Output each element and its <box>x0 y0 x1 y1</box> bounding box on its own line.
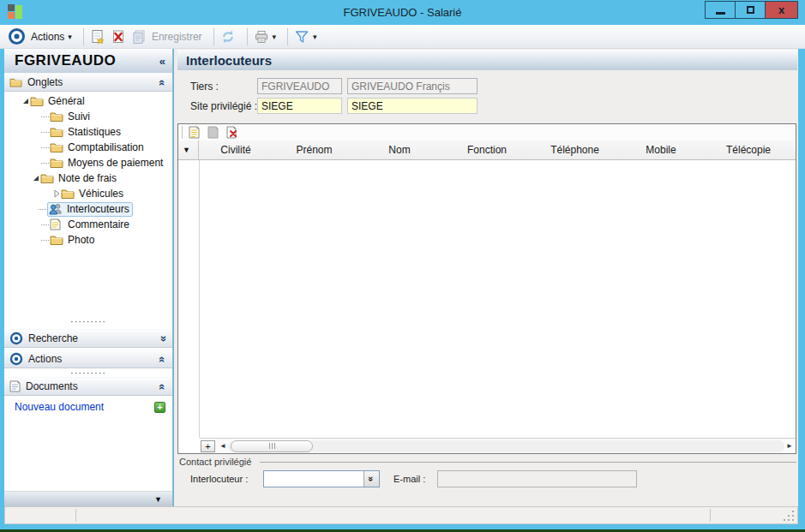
scroll-left-icon[interactable]: ◄ <box>218 442 228 450</box>
save-button[interactable]: Enregistrer <box>131 29 202 45</box>
nouveau-document-link[interactable]: Nouveau document <box>15 401 154 413</box>
tree-item-interlocuteurs-selected[interactable]: Interlocuteurs <box>4 201 172 217</box>
tree-item-moyens-de-paiement[interactable]: Moyens de paiement <box>4 155 172 170</box>
tree-item-commentaire[interactable]: Commentaire <box>4 217 172 232</box>
add-document-icon[interactable]: + <box>154 402 165 413</box>
filter-button[interactable]: ▾ <box>294 29 317 45</box>
dotted-separator: ········· <box>4 369 172 376</box>
column-header-prenom[interactable]: Prénom <box>273 140 356 159</box>
folder-icon <box>9 77 22 87</box>
tree-connector <box>41 117 49 117</box>
target-icon <box>9 332 23 345</box>
close-icon: x <box>778 4 784 15</box>
delete-row-icon <box>226 126 238 139</box>
resize-grip[interactable] <box>783 510 794 521</box>
printer-icon <box>254 29 269 45</box>
people-icon <box>49 203 63 215</box>
selected-item-highlight[interactable]: Interlocuteurs <box>47 202 133 217</box>
row-selector-header[interactable]: ▼ <box>178 140 199 159</box>
section-onglets-label: Onglets <box>27 76 159 88</box>
refresh-icon <box>220 29 236 45</box>
interlocuteurs-grid: ▼ Civilité Prénom Nom Fonction Téléphone… <box>177 123 796 454</box>
new-button[interactable] <box>90 29 105 45</box>
close-button[interactable]: x <box>765 1 798 19</box>
tree-item-label: Statistiques <box>68 126 121 138</box>
delete-page-icon <box>111 29 126 45</box>
column-header-civilite[interactable]: Civilité <box>199 140 273 159</box>
toolbar-separator <box>247 28 248 45</box>
tree-item-note-de-frais[interactable]: Note de frais <box>4 170 172 186</box>
column-header-nom[interactable]: Nom <box>356 140 443 159</box>
minimize-button[interactable] <box>705 1 736 19</box>
grid-copy-row-button[interactable] <box>206 126 220 140</box>
document-icon <box>9 380 21 392</box>
tree-connector <box>41 240 49 241</box>
grid-delete-row-button[interactable] <box>225 126 239 140</box>
folder-icon <box>40 172 54 184</box>
copy-row-icon-disabled <box>207 126 219 139</box>
tree-item-label: Moyens de paiement <box>68 157 163 169</box>
delete-button[interactable] <box>111 29 126 45</box>
site-name-field[interactable]: SIEGE <box>347 98 478 114</box>
actions-collapse-icon: « <box>156 356 169 362</box>
actions-caret-icon: ▾ <box>68 33 72 41</box>
page-title: Interlocuteurs <box>186 53 272 68</box>
onglets-collapse-icon: « <box>156 79 169 85</box>
sidebar-collapse-icon[interactable]: « <box>159 55 165 68</box>
column-header-fonction[interactable]: Fonction <box>443 140 531 159</box>
grid-add-row-button[interactable] <box>187 126 201 140</box>
interlocuteur-combobox-value <box>264 471 363 487</box>
maximize-button[interactable] <box>735 1 766 19</box>
scrollbar-thumb[interactable] <box>231 440 313 452</box>
tree-item-statistiques[interactable]: Statistiques <box>4 124 172 140</box>
folder-icon <box>50 234 63 246</box>
tree-connector <box>41 132 49 133</box>
tree-item-comptabilisation[interactable]: Comptabilisation <box>4 140 172 155</box>
section-documents[interactable]: Documents « <box>4 377 172 396</box>
main-content: Interlocuteurs Tiers : FGRIVEAUDO GRIVEA… <box>174 49 798 506</box>
group-border-line <box>260 462 796 463</box>
maximize-icon <box>747 6 754 14</box>
section-actions[interactable]: Actions « <box>4 350 172 368</box>
note-icon <box>50 218 63 230</box>
site-privilegie-label: Site privilégié : <box>190 100 257 112</box>
sidebar: FGRIVEAUDO « Onglets « Général Suivi <box>4 49 173 506</box>
app-window: FGRIVEAUDO - Salarié x Actions ▾ <box>0 0 805 532</box>
sidebar-bottom-collapse-icon: ▼ <box>154 495 162 504</box>
column-header-mobile[interactable]: Mobile <box>619 140 703 159</box>
column-header-telecopie[interactable]: Télécopie <box>703 140 794 159</box>
recherche-expand-icon: « <box>156 335 169 341</box>
interlocuteur-combobox[interactable]: » <box>263 470 380 487</box>
contact-privilegie-group: Contact privilégié Interlocuteur : » E-m… <box>177 456 796 504</box>
combobox-dropdown-button[interactable]: » <box>363 471 379 487</box>
section-onglets[interactable]: Onglets « <box>4 73 172 92</box>
tree-item-general[interactable]: Général <box>4 93 172 109</box>
expander-expanded-icon[interactable] <box>31 174 40 183</box>
section-recherche[interactable]: Recherche « <box>4 329 172 348</box>
sidebar-bottom-bar[interactable]: ▼ <box>4 491 172 506</box>
window-controls: x <box>706 1 798 19</box>
actions-dropdown[interactable]: Actions ▾ <box>26 31 72 43</box>
grid-body-empty[interactable] <box>178 160 796 438</box>
new-page-icon <box>90 29 105 45</box>
site-code-field[interactable]: SIEGE <box>257 98 342 114</box>
row-marker-icon: ▼ <box>183 146 190 154</box>
scrollbar-track[interactable] <box>228 440 784 452</box>
tree-item-suivi[interactable]: Suivi <box>4 109 172 124</box>
tiers-name-field: GRIVEAUDO Françis <box>347 78 478 94</box>
tree-connector <box>39 209 46 210</box>
tree-item-vehicules[interactable]: Véhicules <box>4 186 172 201</box>
documents-collapse-icon: « <box>156 383 169 389</box>
tree-item-photo[interactable]: Photo <box>4 232 172 248</box>
grid-add-button[interactable]: + <box>201 440 215 452</box>
expander-collapsed-icon[interactable] <box>51 189 61 199</box>
expander-expanded-icon[interactable] <box>21 97 30 106</box>
print-button[interactable]: ▾ <box>254 29 277 45</box>
scroll-right-icon[interactable]: ► <box>784 442 795 450</box>
print-caret-icon: ▾ <box>273 33 277 41</box>
column-header-telephone[interactable]: Téléphone <box>531 140 619 159</box>
window-title: FGRIVEAUDO - Salarié <box>0 0 805 25</box>
section-documents-label: Documents <box>26 380 159 392</box>
refresh-button[interactable] <box>220 29 236 45</box>
record-fields: Tiers : FGRIVEAUDO GRIVEAUDO Françis Sit… <box>177 70 797 123</box>
